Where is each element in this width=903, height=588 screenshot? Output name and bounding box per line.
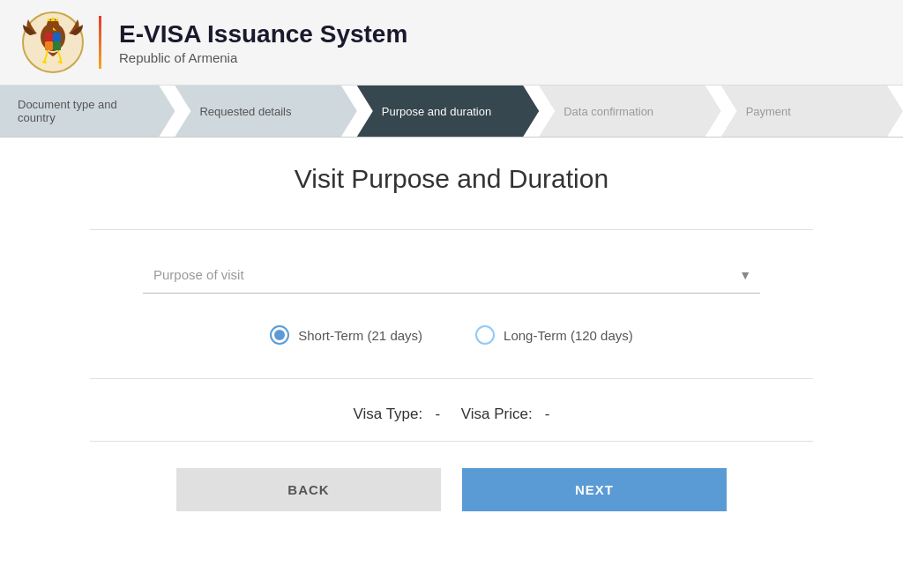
long-term-label: Long-Term (120 days)	[504, 328, 633, 343]
breadcrumb-steps: Document type and country Requested deta…	[0, 86, 903, 138]
app-subtitle: Republic of Armenia	[119, 50, 407, 65]
next-button[interactable]: NEXT	[462, 468, 727, 511]
long-term-radio-option[interactable]: Long-Term (120 days)	[475, 325, 633, 345]
step-purpose-duration[interactable]: Purpose and duration	[357, 86, 539, 137]
header-divider	[99, 16, 101, 69]
purpose-dropdown-wrapper: Purpose of visit Tourism Business Offici…	[143, 257, 760, 294]
short-term-radio-circle	[270, 325, 289, 345]
step-doc-type-label: Document type and country	[18, 98, 157, 124]
step-doc-type[interactable]: Document type and country	[0, 86, 175, 137]
svg-rect-6	[45, 41, 53, 50]
button-group: BACK NEXT	[90, 468, 813, 511]
step-purpose-duration-label: Purpose and duration	[382, 105, 491, 118]
purpose-of-visit-select[interactable]: Purpose of visit Tourism Business Offici…	[143, 257, 760, 294]
main-content: Visit Purpose and Duration Purpose of vi…	[72, 138, 831, 538]
visa-price-value: -	[545, 406, 550, 422]
page-title: Visit Purpose and Duration	[90, 164, 813, 194]
logo-icon	[21, 11, 85, 74]
short-term-radio-option[interactable]: Short-Term (21 days)	[270, 325, 422, 345]
visa-info-section: Visa Type: - Visa Price: -	[90, 379, 813, 442]
app-header: E-VISA Issuance System Republic of Armen…	[0, 0, 903, 86]
visa-price-label: Visa Price:	[461, 406, 533, 422]
long-term-radio-circle	[475, 325, 495, 345]
step-data-confirmation-label: Data confirmation	[563, 105, 653, 118]
duration-radio-group: Short-Term (21 days) Long-Term (120 days…	[143, 318, 760, 352]
step-requested-details[interactable]: Requested details	[175, 86, 356, 137]
form-section: Purpose of visit Tourism Business Offici…	[90, 229, 813, 379]
short-term-label: Short-Term (21 days)	[298, 328, 422, 343]
step-data-confirmation[interactable]: Data confirmation	[539, 86, 720, 137]
svg-rect-4	[45, 33, 53, 41]
back-button[interactable]: BACK	[176, 468, 441, 511]
svg-rect-7	[53, 41, 61, 50]
app-title: E-VISA Issuance System	[119, 20, 407, 48]
visa-type-value: -	[435, 406, 440, 422]
svg-rect-5	[53, 33, 61, 41]
visa-type-label: Visa Type:	[353, 406, 422, 422]
step-payment[interactable]: Payment	[721, 86, 903, 137]
step-payment-label: Payment	[746, 105, 791, 118]
header-text-block: E-VISA Issuance System Republic of Armen…	[119, 20, 407, 65]
step-requested-details-label: Requested details	[199, 105, 291, 118]
